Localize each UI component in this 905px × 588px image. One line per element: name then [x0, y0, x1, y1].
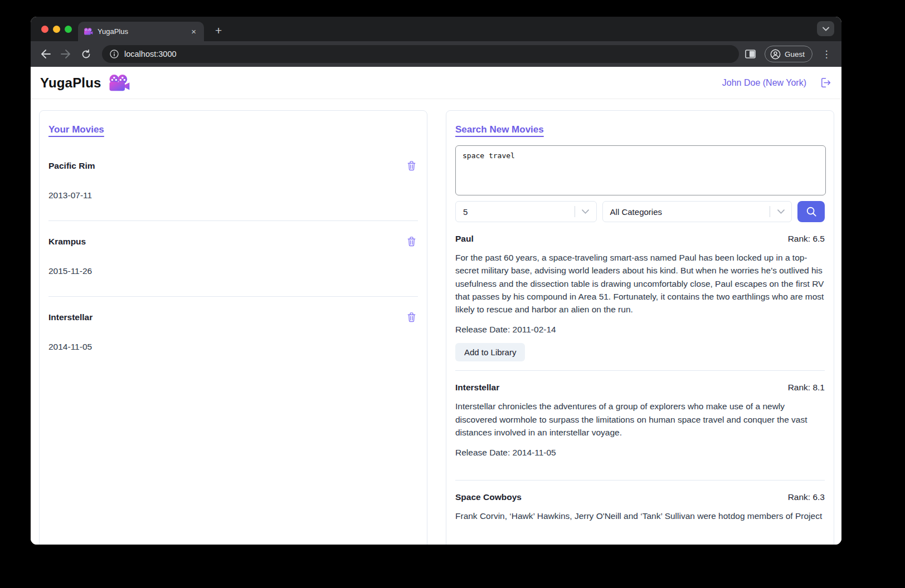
search-result: Interstellar Rank: 8.1 Interstellar chro…	[455, 371, 825, 481]
window-traffic-lights	[41, 17, 72, 41]
profile-label: Guest	[785, 50, 805, 58]
user-name[interactable]: John Doe (New York)	[722, 78, 806, 88]
category-select[interactable]: All Categories	[602, 201, 792, 222]
library-movie-row: Interstellar 2014-11-05	[48, 297, 418, 352]
close-window-button[interactable]	[41, 26, 48, 33]
site-info-icon[interactable]	[110, 50, 119, 58]
result-description: For the past 60 years, a space-traveling…	[455, 251, 825, 316]
tab-list-chevron-button[interactable]	[817, 21, 834, 36]
result-release-date: Release Date: 2014-11-05	[455, 448, 825, 458]
movie-title: Pacific Rim	[48, 161, 95, 171]
category-value: All Categories	[610, 207, 662, 217]
browser-toolbar: localhost:3000 Guest ⋮	[31, 41, 841, 67]
search-icon	[806, 206, 817, 217]
movie-release-date: 2015-11-26	[48, 266, 418, 276]
tab-title: YugaPlus	[98, 27, 184, 36]
browser-tab-strip: YugaPlus × +	[31, 17, 841, 41]
movie-camera-icon	[108, 74, 130, 92]
address-bar[interactable]: localhost:3000	[102, 45, 739, 63]
result-release-date: Release Date: 2011-02-14	[455, 325, 825, 335]
result-title: Space Cowboys	[455, 492, 522, 502]
result-title: Paul	[455, 234, 474, 244]
chevron-down-icon	[770, 209, 791, 214]
page-content: YugaPlus John Doe (New York)	[31, 67, 841, 545]
result-limit-value: 5	[463, 207, 468, 217]
logout-icon[interactable]	[819, 76, 831, 89]
result-rank: Rank: 6.3	[788, 492, 825, 502]
url-text: localhost:3000	[124, 50, 177, 58]
search-button[interactable]	[797, 201, 825, 222]
app-brand: YugaPlus	[40, 74, 130, 92]
delete-movie-button[interactable]	[405, 234, 418, 248]
result-rank: Rank: 6.5	[788, 234, 825, 244]
app-title: YugaPlus	[40, 75, 101, 91]
browser-menu-icon[interactable]: ⋮	[818, 46, 835, 62]
forward-button[interactable]	[57, 46, 74, 62]
side-panel-icon[interactable]	[742, 46, 759, 62]
zoom-window-button[interactable]	[65, 26, 72, 33]
search-controls: 5 All Categories	[455, 201, 825, 222]
delete-movie-button[interactable]	[405, 159, 418, 173]
movie-title: Interstellar	[48, 312, 93, 322]
new-tab-button[interactable]: +	[212, 24, 225, 37]
result-rank: Rank: 8.1	[788, 383, 825, 393]
tab-close-icon[interactable]: ×	[189, 26, 198, 37]
result-title: Interstellar	[455, 383, 499, 393]
your-movies-heading: Your Movies	[48, 124, 418, 135]
result-limit-select[interactable]: 5	[455, 201, 597, 222]
main-content: Your Movies Pacific Rim 2013-07-11	[31, 99, 841, 545]
result-description: Interstellar chronicles the adventures o…	[455, 400, 825, 439]
chevron-down-icon	[575, 209, 596, 214]
search-result: Space Cowboys Rank: 6.3 Frank Corvin, ‘H…	[455, 481, 825, 522]
search-result: Paul Rank: 6.5 For the past 60 years, a …	[455, 222, 825, 371]
search-heading: Search New Movies	[455, 124, 825, 135]
browser-window: YugaPlus × + localhost:3000	[31, 17, 841, 545]
browser-tab-yugaplus[interactable]: YugaPlus ×	[78, 22, 204, 41]
library-movie-row: Krampus 2015-11-26	[48, 221, 418, 297]
movie-release-date: 2013-07-11	[48, 190, 418, 200]
add-to-library-button[interactable]: Add to Library	[455, 343, 525, 361]
reload-button[interactable]	[77, 46, 94, 62]
movie-title: Krampus	[48, 237, 86, 247]
movie-list: Pacific Rim 2013-07-11 Krampus	[48, 145, 418, 352]
back-button[interactable]	[37, 46, 54, 62]
app-header: YugaPlus John Doe (New York)	[31, 67, 841, 99]
your-movies-panel: Your Movies Pacific Rim 2013-07-11	[39, 110, 427, 545]
delete-movie-button[interactable]	[405, 310, 418, 324]
result-description: Frank Corvin, ‘Hawk’ Hawkins, Jerry O'Ne…	[455, 509, 825, 522]
yugaplus-favicon-icon	[84, 27, 93, 36]
search-panel: Search New Movies space travel 5 All Cat…	[446, 110, 834, 545]
search-results: Paul Rank: 6.5 For the past 60 years, a …	[455, 222, 825, 523]
profile-button[interactable]: Guest	[765, 46, 812, 62]
library-movie-row: Pacific Rim 2013-07-11	[48, 145, 418, 221]
minimize-window-button[interactable]	[53, 26, 60, 33]
movie-release-date: 2014-11-05	[48, 342, 418, 352]
search-query-textarea[interactable]: space travel	[455, 145, 826, 195]
